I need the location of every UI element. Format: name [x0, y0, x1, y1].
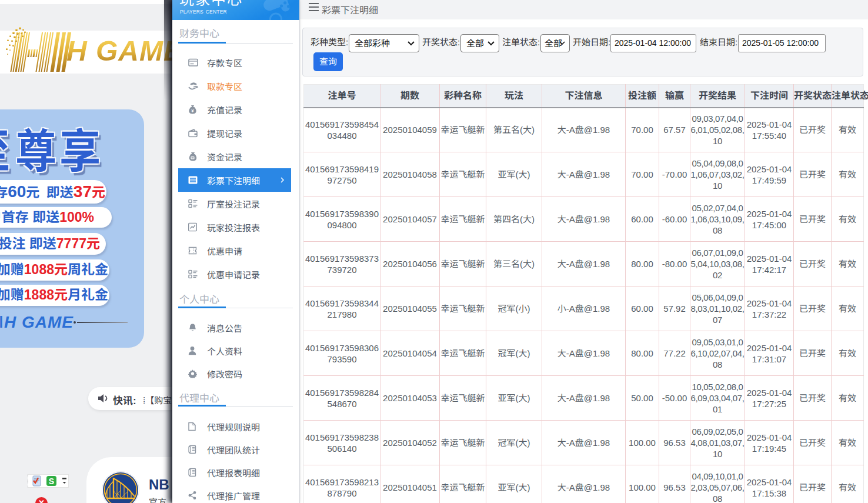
svg-text:S: S [49, 477, 54, 486]
svg-text:¥: ¥ [191, 108, 194, 114]
